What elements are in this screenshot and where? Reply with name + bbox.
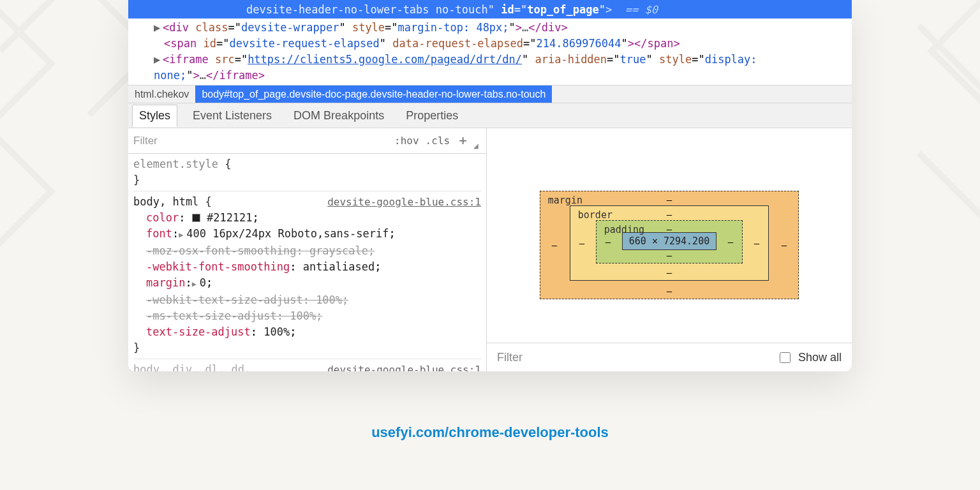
crumb-body[interactable]: body#top_of_page.devsite-doc-page.devsit… (195, 85, 552, 103)
border-label: border (578, 209, 612, 221)
computed-filter-input[interactable]: Filter (497, 351, 523, 364)
new-rule-button[interactable]: + (456, 133, 470, 149)
tab-event-listeners[interactable]: Event Listeners (186, 105, 278, 126)
dom-line-iframe[interactable]: ▶<iframe src="https://clients5.google.co… (147, 52, 852, 68)
styles-filter-row: Filter :hov .cls +◢ (128, 128, 486, 154)
show-all-checkbox[interactable] (780, 352, 791, 363)
dom-line-div[interactable]: ▶<div class="devsite-wrapper" style="mar… (147, 20, 852, 36)
styles-subtabs: Styles Event Listeners DOM Breakpoints P… (128, 103, 852, 128)
expand-icon[interactable]: ▶ (154, 20, 163, 36)
crumb-html[interactable]: html.chekov (128, 85, 195, 103)
rule-cut: devsite-google-blue.css:1 body, div, dl,… (133, 362, 481, 371)
computed-filter-row: Filter Show all (487, 343, 852, 371)
styles-pane: Filter :hov .cls +◢ element.style { } de… (128, 128, 487, 371)
corner-icon: ◢ (473, 142, 479, 149)
expand-icon[interactable]: ▶ (179, 227, 186, 243)
padding-label: padding (604, 224, 644, 235)
box-model[interactable]: margin – – – – border – – – – padding (487, 128, 852, 343)
show-all-label: Show all (798, 351, 842, 364)
css-rules-list[interactable]: element.style { } devsite-google-blue.cs… (128, 154, 486, 371)
devtools-panel: devsite-header-no-lower-tabs no-touch" i… (128, 0, 852, 371)
tab-dom-breakpoints[interactable]: DOM Breakpoints (287, 105, 390, 126)
expand-icon[interactable]: ▶ (192, 276, 200, 292)
breadcrumb: html.chekov body#top_of_page.devsite-doc… (128, 85, 852, 103)
rule-body-html[interactable]: devsite-google-blue.css:1 body, html { c… (133, 194, 481, 359)
id-value: top_of_page (527, 3, 599, 16)
hov-toggle[interactable]: :hov (394, 135, 419, 147)
selector-body-html: body, html (133, 195, 198, 208)
cls-toggle[interactable]: .cls (426, 135, 450, 147)
caption-link[interactable]: usefyi.com/chrome-developer-tools (371, 424, 609, 441)
tab-properties[interactable]: Properties (399, 105, 464, 126)
dom-tree[interactable]: ▶<div class="devsite-wrapper" style="mar… (128, 19, 852, 85)
tab-styles[interactable]: Styles (132, 105, 177, 127)
source-link[interactable]: devsite-google-blue.css:1 (327, 194, 481, 210)
styles-filter-input[interactable]: Filter (133, 135, 158, 147)
selector-element-style: element.style (133, 158, 218, 170)
expand-icon[interactable]: ▶ (154, 52, 163, 68)
selected-element-line[interactable]: devsite-header-no-lower-tabs no-touch" i… (128, 2, 852, 19)
rule-element-style[interactable]: element.style { } (133, 156, 481, 191)
dom-line-span[interactable]: <span id="devsite-request-elapsed" data-… (147, 36, 852, 52)
computed-pane: margin – – – – border – – – – padding (487, 128, 852, 371)
split-pane: Filter :hov .cls +◢ element.style { } de… (128, 128, 852, 371)
margin-label: margin (548, 195, 583, 206)
dollar-zero: == $0 (625, 3, 658, 16)
id-attr: id (501, 3, 514, 16)
color-swatch[interactable] (192, 214, 200, 222)
body-classes: devsite-header-no-lower-tabs no-touch (246, 3, 488, 16)
dom-line-iframe-cont[interactable]: none;">…</iframe> (147, 68, 852, 84)
